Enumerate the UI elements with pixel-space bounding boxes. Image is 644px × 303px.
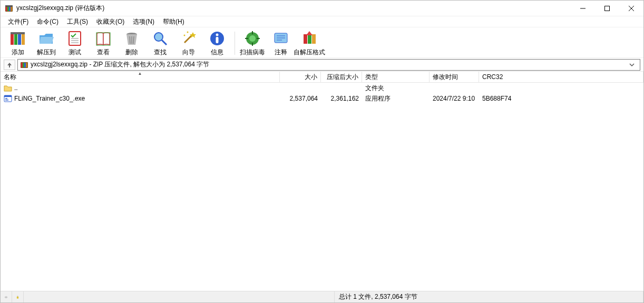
svg-rect-55 [5,100,8,101]
svg-point-34 [249,35,256,42]
menu-favorites[interactable]: 收藏夹(O) [92,16,129,27]
cell-date: 2024/7/22 9:10 [430,95,479,102]
close-button[interactable] [619,1,643,16]
view-label: 查看 [97,48,110,57]
app-icon [5,4,13,13]
svg-rect-32 [216,37,219,43]
wand-icon [180,30,197,47]
info-button[interactable]: 信息 [203,28,231,58]
column-packed[interactable]: 压缩后大小 [321,72,362,82]
add-button[interactable]: 添加 [4,28,32,58]
svg-rect-1 [6,6,7,11]
list-item[interactable]: FLiNG_Trainer_c30_.exe 2,537,064 2,361,1… [1,93,643,104]
exe-icon [4,94,12,103]
folder-icon [4,84,12,92]
book-open-icon [95,30,112,47]
delete-button[interactable]: 删除 [118,28,146,58]
column-name-label: 名称 [4,73,16,82]
column-modified[interactable]: 修改时间 [430,72,479,82]
column-crc[interactable]: CRC32 [479,72,643,82]
svg-point-57 [6,297,6,297]
test-button[interactable]: 测试 [61,28,89,58]
svg-rect-10 [11,33,14,45]
svg-rect-3 [9,6,11,11]
address-box[interactable]: yxcslzgj2lsexxgq.zip - ZIP 压缩文件, 解包大小为 2… [17,59,640,71]
maximize-button[interactable] [595,1,619,16]
scan-button[interactable]: 扫描病毒 [238,28,267,58]
address-text: yxcslzgj2lsexxgq.zip - ZIP 压缩文件, 解包大小为 2… [31,60,629,69]
svg-point-24 [154,33,163,41]
wizard-button[interactable]: 向导 [174,28,203,58]
menu-tools[interactable]: 工具(S) [63,16,92,27]
cell-packed: 2,361,162 [321,95,362,102]
comment-button[interactable]: 注释 [267,28,295,58]
find-button[interactable]: 查找 [146,28,174,58]
status-disk-icon[interactable] [1,291,12,302]
cell-crc: 5B688F74 [479,95,643,102]
svg-rect-54 [5,98,7,99]
comment-icon [272,30,289,47]
svg-point-31 [216,33,219,36]
chevron-down-icon[interactable] [629,62,638,67]
column-type[interactable]: 类型 [362,72,430,82]
cell-name-text: .. [14,84,18,92]
column-headers: 名称▲ 大小 压缩后大小 类型 修改时间 CRC32 [1,71,643,83]
sfx-button[interactable]: 自解压格式 [295,28,324,58]
list-item-up[interactable]: .. 文件夹 [1,83,643,93]
svg-marker-46 [306,31,313,35]
menu-command[interactable]: 命令(C) [33,16,63,27]
column-modified-label: 修改时间 [433,73,458,82]
cell-size: 2,537,064 [280,95,321,102]
titlebar: yxcslzgj2lsexxgq.zip (评估版本) [1,1,643,16]
svg-rect-53 [4,95,12,97]
wizard-label: 向导 [182,48,195,57]
menu-options[interactable]: 选项(N) [129,16,159,27]
cell-name: FLiNG_Trainer_c30_.exe [1,94,280,103]
cell-type: 文件夹 [362,84,430,93]
info-icon [209,30,226,47]
svg-rect-13 [22,33,25,45]
test-label: 测试 [69,48,81,57]
cell-type: 应用程序 [362,94,430,103]
svg-rect-43 [304,34,307,44]
sfx-label: 自解压格式 [294,48,325,57]
comment-label: 注释 [275,48,287,57]
address-row: yxcslzgj2lsexxgq.zip - ZIP 压缩文件, 解包大小为 2… [1,57,643,71]
menu-file[interactable]: 文件(F) [4,16,33,27]
folder-open-icon [38,30,55,47]
column-name[interactable]: 名称▲ [1,72,280,82]
svg-rect-4 [11,6,12,11]
extract-button[interactable]: 解压到 [32,28,61,58]
virus-icon [244,30,261,47]
column-size[interactable]: 大小 [280,72,321,82]
add-label: 添加 [12,48,24,57]
view-button[interactable]: 查看 [89,28,118,58]
arrow-up-icon [6,62,13,68]
svg-rect-48 [21,63,23,67]
toolbar-separator [235,32,235,55]
archive-small-icon [20,61,28,69]
svg-rect-11 [14,33,17,45]
svg-rect-14 [11,32,25,34]
sfx-icon [301,30,318,47]
search-icon [152,30,169,47]
svg-line-25 [162,40,167,45]
svg-rect-7 [605,6,610,11]
status-bar: 总计 1 文件, 2,537,064 字节 [1,291,643,302]
window-title: yxcslzgj2lsexxgq.zip (评估版本) [16,4,104,13]
cell-name-text: FLiNG_Trainer_c30_.exe [14,95,85,102]
nav-up-button[interactable] [4,60,15,70]
svg-rect-5 [5,5,13,7]
column-type-label: 类型 [365,73,378,82]
cell-name: .. [1,84,280,92]
svg-rect-12 [18,33,21,45]
column-packed-label: 压缩后大小 [327,73,358,82]
checklist-icon [66,30,83,47]
menu-help[interactable]: 帮助(H) [159,16,189,27]
status-selection [24,291,335,302]
svg-rect-49 [23,63,24,67]
books-icon [9,30,26,47]
svg-rect-45 [312,34,316,44]
minimize-button[interactable] [571,1,595,16]
status-lock-icon[interactable] [12,291,24,302]
